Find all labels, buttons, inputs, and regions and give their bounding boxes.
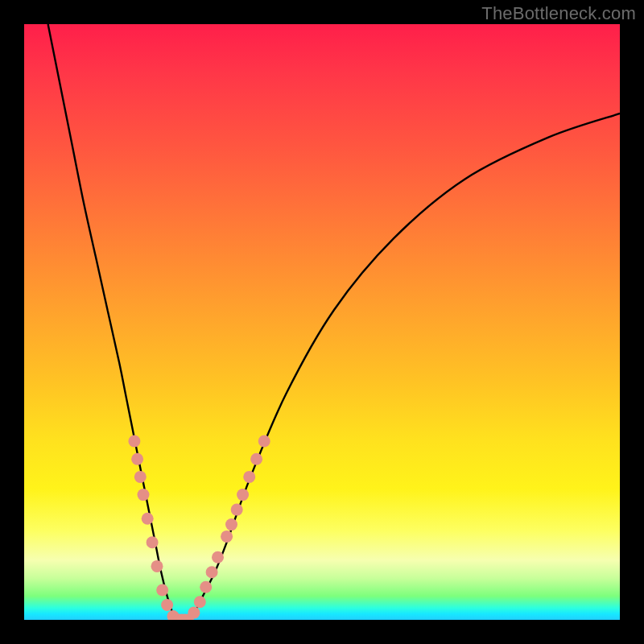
data-marker xyxy=(237,489,249,501)
data-marker xyxy=(225,518,237,530)
data-marker xyxy=(200,581,212,593)
bottleneck-curve xyxy=(48,24,620,620)
watermark-text: TheBottleneck.com xyxy=(481,3,636,24)
data-marker xyxy=(151,560,163,572)
data-marker xyxy=(131,453,143,465)
data-marker xyxy=(258,436,270,448)
data-marker xyxy=(206,566,218,578)
data-markers xyxy=(128,436,270,621)
data-marker xyxy=(250,453,262,465)
bottleneck-curve-path xyxy=(48,24,620,620)
chart-svg xyxy=(24,24,620,620)
data-marker xyxy=(221,530,233,543)
chart-frame: TheBottleneck.com xyxy=(0,0,644,644)
chart-plot-area xyxy=(24,24,620,620)
data-marker xyxy=(188,607,200,619)
data-marker xyxy=(161,599,173,611)
data-marker xyxy=(231,504,243,516)
data-marker xyxy=(194,596,206,608)
data-marker xyxy=(142,513,154,525)
data-marker xyxy=(138,489,150,501)
data-marker xyxy=(134,471,147,483)
data-marker xyxy=(147,536,159,548)
data-marker xyxy=(243,471,255,483)
data-marker xyxy=(212,551,224,564)
data-marker xyxy=(156,584,168,597)
data-marker xyxy=(128,436,140,448)
